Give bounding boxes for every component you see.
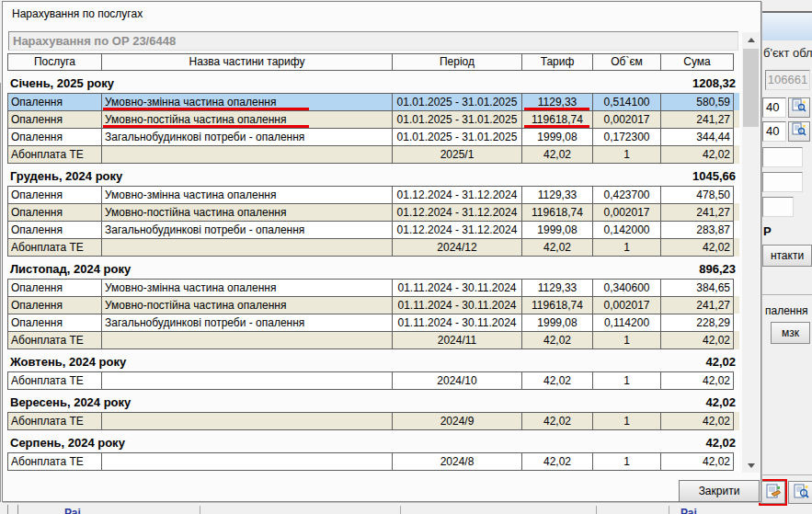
cell-service: Опалення [7, 279, 102, 297]
edit-document-icon [765, 483, 782, 503]
cell-period: 01.11.2024 - 30.11.2024 [392, 314, 522, 332]
table-row[interactable]: ОпаленняУмовно-змінна частина опалення01… [7, 93, 739, 111]
cell-service: Абонплата ТЕ [7, 452, 102, 471]
grid-divider [596, 506, 597, 514]
cell-service: Абонплата ТЕ [7, 331, 102, 349]
table-row[interactable]: Абонплата ТЕ2024/1042,02142,02 [7, 371, 739, 390]
edit-charges-button[interactable] [761, 481, 785, 504]
vertical-scrollbar[interactable] [742, 32, 760, 473]
month-group-header: Серпень, 2024 року42,02 [7, 434, 739, 452]
table-row[interactable]: ОпаленняУмовно-постійна частина опалення… [7, 203, 739, 222]
cell-period: 01.11.2024 - 30.11.2024 [392, 279, 522, 297]
cell-service: Опалення [7, 93, 102, 111]
cell-service: Абонплата ТЕ [7, 412, 102, 430]
heating-label: палення [765, 304, 808, 317]
cell-sum: 241,27 [660, 110, 734, 129]
cell-tariff: 1999,08 [521, 314, 593, 332]
window-edge [7, 505, 8, 514]
cell-sum: 580,59 [660, 93, 734, 111]
cell-tariff: 42,02 [521, 452, 593, 471]
column-header-tariff-part[interactable]: Назва частини тарифу [101, 53, 393, 71]
month-group-header: Січень, 2025 року1208,32 [7, 74, 739, 93]
window-edge [17, 505, 18, 514]
cell-period: 2024/12 [392, 238, 522, 257]
label-fragment: Р [763, 224, 772, 238]
divider [760, 474, 812, 475]
column-header-period[interactable]: Період [392, 53, 522, 71]
cell-volume: 1 [592, 371, 661, 390]
cell-tariff: 42,02 [521, 412, 593, 430]
table-row[interactable]: ОпаленняУмовно-змінна частина опалення01… [7, 186, 739, 204]
value-field-2[interactable]: 40 [762, 121, 786, 142]
search-document-icon [793, 483, 809, 503]
lookup-button-1[interactable] [788, 97, 810, 118]
column-header-service[interactable]: Послуга [7, 53, 102, 71]
grid-divider [669, 506, 669, 514]
cell-service: Абонплата ТЕ [7, 238, 102, 257]
lookup-button-2[interactable] [788, 121, 810, 142]
cell-period: 2024/10 [392, 371, 522, 390]
cell-sum: 283,87 [660, 221, 734, 239]
contacts-button[interactable]: нтакти [762, 245, 812, 267]
cell-tariff-part: Умовно-постійна частина опалення [101, 110, 393, 129]
scroll-down-button[interactable] [742, 458, 760, 473]
cell-volume: 0,172300 [592, 128, 661, 146]
input-field[interactable] [762, 147, 803, 167]
month-group-header: Листопад, 2024 року896,23 [7, 260, 739, 279]
cell-tariff-part: Умовно-змінна частина опалення [101, 279, 393, 297]
table-row[interactable]: ОпаленняЗагальнобудинкові потреби - опал… [7, 314, 739, 332]
table-row[interactable]: ОпаленняУмовно-постійна частина опалення… [7, 296, 739, 314]
cell-sum: 42,02 [660, 238, 734, 257]
cell-sum: 241,27 [660, 203, 734, 222]
lookup-icon [792, 98, 806, 117]
input-field[interactable] [762, 172, 803, 192]
cell-sum: 384,65 [660, 279, 734, 297]
cell-period: 2024/8 [392, 452, 522, 471]
dialog-title: Нарахування по послугах [12, 7, 143, 20]
cell-sum: 42,02 [660, 145, 734, 164]
table-row[interactable]: Абонплата ТЕ2024/842,02142,02 [7, 452, 739, 471]
input-field[interactable] [762, 197, 794, 217]
cell-service: Абонплата ТЕ [7, 145, 102, 164]
table-row[interactable]: Абонплата ТЕ2024/1142,02142,02 [7, 331, 739, 349]
table-row[interactable]: Абонплата ТЕ2024/1242,02142,02 [7, 238, 739, 257]
cell-period: 01.11.2024 - 30.11.2024 [392, 296, 522, 314]
annotation-underline [524, 125, 589, 128]
mzk-button[interactable]: мзк [771, 322, 810, 344]
month-total: 1208,32 [692, 74, 736, 93]
cell-tariff-part: Умовно-змінна частина опалення [101, 186, 393, 204]
cell-service: Опалення [7, 203, 102, 222]
charges-table: Послуга Назва частини тарифу Період Тари… [7, 53, 739, 471]
cell-service: Абонплата ТЕ [7, 371, 102, 390]
cell-tariff: 119618,74 [521, 203, 593, 222]
table-row[interactable]: ОпаленняЗагальнобудинкові потреби - опал… [7, 221, 739, 239]
cell-tariff-part [101, 371, 393, 390]
cell-sum: 42,02 [660, 371, 734, 390]
close-button[interactable]: Закрити [679, 480, 760, 502]
annotation-underline [103, 125, 309, 128]
column-header-sum[interactable]: Сума [660, 53, 734, 71]
cell-period: 01.12.2024 - 31.12.2024 [392, 221, 522, 239]
scroll-up-button[interactable] [742, 32, 760, 47]
month-total: 1045,66 [692, 167, 736, 186]
column-header-volume[interactable]: Об`єм [592, 53, 661, 71]
cell-tariff: 1129,33 [521, 93, 593, 111]
cell-volume: 0,002017 [592, 296, 661, 314]
table-row[interactable]: Абонплата ТЕ2024/942,02142,02 [7, 412, 739, 430]
cell-volume: 0,142000 [592, 221, 661, 239]
table-row[interactable]: ОпаленняУмовно-постійна частина опалення… [7, 110, 739, 129]
cell-tariff: 42,02 [521, 331, 593, 349]
scrollbar-thumb[interactable] [743, 49, 759, 127]
table-row[interactable]: ОпаленняУмовно-змінна частина опалення01… [7, 279, 739, 297]
view-document-button[interactable] [788, 481, 812, 504]
month-total: 896,23 [699, 260, 736, 279]
value-field-1[interactable]: 40 [762, 97, 786, 118]
cell-period: 2025/1 [392, 145, 522, 164]
cell-tariff-part [101, 238, 393, 257]
table-row[interactable]: Абонплата ТЕ2025/142,02142,02 [7, 145, 739, 164]
charges-dialog: Нарахування по послугах Нарахування по О… [2, 1, 761, 502]
grid-header-fragment: Раі [64, 507, 81, 514]
month-group-header: Вересень, 2024 року42,02 [7, 394, 739, 412]
column-header-tariff[interactable]: Тариф [521, 53, 593, 71]
table-row[interactable]: ОпаленняЗагальнобудинкові потреби - опал… [7, 128, 739, 146]
